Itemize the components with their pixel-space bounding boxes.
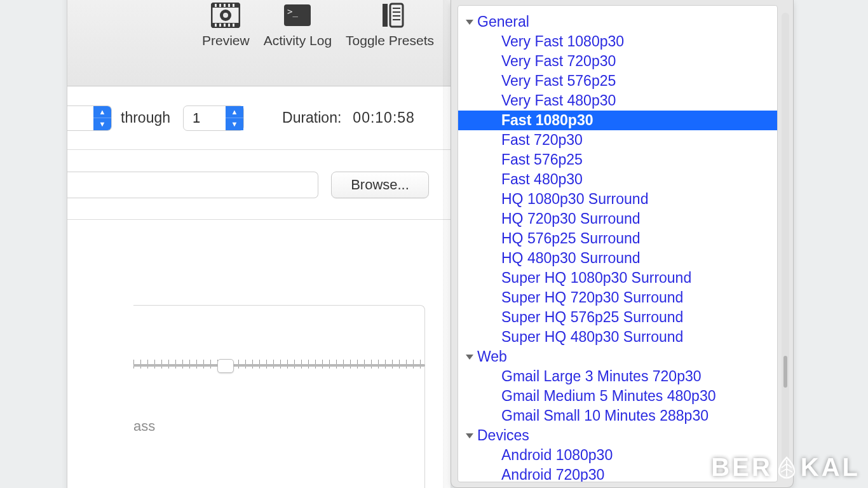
svg-rect-12 [224, 24, 226, 27]
quality-slider[interactable] [133, 359, 425, 370]
chapter-start-stepper[interactable]: ▲▼ [67, 105, 112, 131]
slider-thumb-icon[interactable] [217, 359, 234, 373]
two-pass-label-fragment: ass [133, 418, 155, 435]
preset-group-label: Devices [477, 426, 529, 445]
duration-value: 00:10:58 [353, 109, 415, 126]
presets-drawer: GeneralVery Fast 1080p30Very Fast 720p30… [451, 0, 794, 488]
preset-item-label: Android 720p30 [501, 465, 604, 482]
svg-rect-11 [219, 24, 221, 27]
svg-rect-10 [215, 24, 217, 27]
preset-item-label: HQ 576p25 Surround [501, 229, 641, 248]
preset-item[interactable]: Gmail Large 3 Minutes 720p30 [458, 367, 777, 386]
presets-scrollbar[interactable] [782, 13, 789, 475]
stepper-arrows-icon: ▲▼ [226, 106, 243, 130]
preset-item-label: Very Fast 720p30 [501, 51, 616, 71]
preset-item-label: Gmail Large 3 Minutes 720p30 [501, 367, 702, 386]
chapter-end-value: 1 [193, 110, 200, 126]
preset-item-label: Super HQ 1080p30 Surround [501, 268, 691, 288]
preset-group-header[interactable]: Devices [458, 426, 777, 445]
chapter-end-stepper[interactable]: 1 ▲▼ [183, 105, 244, 131]
svg-line-27 [787, 469, 792, 472]
preset-item[interactable]: Very Fast 1080p30 [458, 32, 777, 51]
preset-item[interactable]: Very Fast 576p25 [458, 71, 777, 91]
svg-text:>_: >_ [287, 6, 298, 17]
disclosure-triangle-icon [466, 355, 473, 360]
toolbar: Preview >_ Activity Log [67, 0, 451, 86]
scrollbar-thumb-icon[interactable] [783, 356, 787, 388]
preset-item-label: HQ 480p30 Surround [501, 248, 641, 268]
activity-log-label: Activity Log [264, 33, 332, 48]
svg-rect-13 [228, 24, 230, 27]
preset-group-label: Web [477, 347, 507, 367]
preset-item[interactable]: Very Fast 720p30 [458, 51, 777, 71]
preset-item[interactable]: HQ 576p25 Surround [458, 229, 777, 248]
svg-rect-8 [228, 4, 230, 7]
presets-panel-icon [376, 3, 405, 28]
preset-item-label: Very Fast 1080p30 [501, 32, 624, 51]
preset-item[interactable]: Fast 1080p30 [458, 111, 777, 130]
preset-item[interactable]: Fast 576p25 [458, 150, 777, 170]
preset-item[interactable]: Gmail Small 10 Minutes 288p30 [458, 406, 777, 426]
svg-point-4 [223, 13, 228, 18]
leaf-icon [775, 456, 798, 479]
preset-item-label: HQ 720p30 Surround [501, 209, 641, 229]
svg-rect-9 [233, 4, 234, 7]
terminal-icon: >_ [283, 3, 312, 28]
svg-line-26 [781, 469, 787, 472]
stepper-arrows-icon: ▲▼ [93, 106, 111, 130]
preset-item-label: Android 1080p30 [501, 445, 613, 465]
preview-button[interactable]: Preview [198, 1, 254, 50]
presets-list: GeneralVery Fast 1080p30Very Fast 720p30… [458, 5, 778, 482]
svg-rect-6 [219, 4, 221, 7]
preset-item-label: Fast 720p30 [501, 130, 583, 150]
preset-item[interactable]: HQ 1080p30 Surround [458, 189, 777, 209]
svg-line-25 [787, 464, 792, 468]
preset-group-header[interactable]: Web [458, 347, 777, 367]
preset-item[interactable]: Super HQ 1080p30 Surround [458, 268, 777, 288]
preset-item-label: HQ 1080p30 Surround [501, 189, 648, 209]
browse-button[interactable]: Browse... [331, 172, 429, 198]
preset-item[interactable]: Fast 480p30 [458, 170, 777, 189]
toggle-presets-button[interactable]: Toggle Presets [342, 1, 438, 50]
watermark: BER KAL [711, 453, 860, 482]
preset-item[interactable]: Super HQ 480p30 Surround [458, 327, 777, 347]
disclosure-triangle-icon [466, 20, 473, 25]
preset-item-label: Very Fast 480p30 [501, 91, 616, 111]
svg-rect-5 [215, 4, 217, 7]
duration-label: Duration: [282, 109, 341, 126]
preset-item-label: Fast 576p25 [501, 150, 583, 170]
main-window: Preview >_ Activity Log [67, 0, 451, 488]
preset-item-label: Super HQ 480p30 Surround [501, 327, 683, 347]
svg-rect-7 [224, 4, 226, 7]
preset-item-label: Fast 1080p30 [501, 111, 593, 130]
preset-item[interactable]: Gmail Medium 5 Minutes 480p30 [458, 386, 777, 406]
preset-item[interactable]: Very Fast 480p30 [458, 91, 777, 111]
preview-label: Preview [202, 33, 250, 48]
activity-log-button[interactable]: >_ Activity Log [260, 1, 336, 50]
preset-item[interactable]: Fast 720p30 [458, 130, 777, 150]
preset-item[interactable]: HQ 720p30 Surround [458, 209, 777, 229]
preset-item-label: Fast 480p30 [501, 170, 583, 189]
preset-item[interactable]: HQ 480p30 Surround [458, 248, 777, 268]
toggle-presets-label: Toggle Presets [346, 33, 434, 48]
slider-track-line [133, 364, 425, 367]
browse-label: Browse... [351, 177, 409, 193]
eye-filmstrip-icon [211, 3, 240, 28]
preset-item-label: Super HQ 720p30 Surround [501, 288, 683, 308]
svg-rect-17 [383, 4, 388, 27]
svg-line-24 [782, 464, 787, 468]
destination-row: Browse... [67, 150, 451, 220]
preset-item-label: Gmail Small 10 Minutes 288p30 [501, 406, 709, 426]
disclosure-triangle-icon [466, 433, 473, 438]
preset-group-header[interactable]: General [458, 12, 777, 32]
preset-item[interactable]: Super HQ 576p25 Surround [458, 308, 777, 327]
destination-path-input[interactable] [67, 172, 318, 198]
watermark-prefix: BER [711, 453, 772, 482]
preset-group-label: General [477, 12, 529, 32]
preset-item-label: Super HQ 576p25 Surround [501, 308, 683, 327]
preset-item[interactable]: Super HQ 720p30 Surround [458, 288, 777, 308]
preset-item-label: Very Fast 576p25 [501, 71, 616, 91]
through-label: through [121, 109, 170, 126]
chapters-row: ▲▼ through 1 ▲▼ Duration: 00:10:58 [67, 86, 451, 150]
preset-item-label: Gmail Medium 5 Minutes 480p30 [501, 386, 716, 406]
